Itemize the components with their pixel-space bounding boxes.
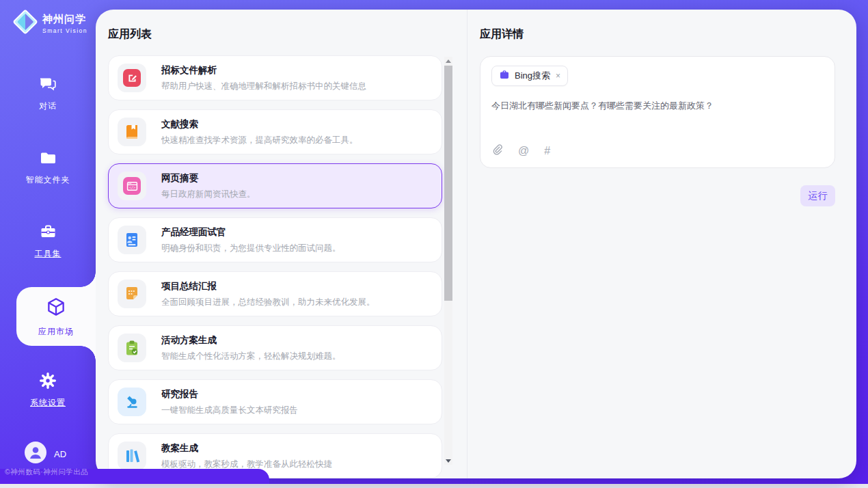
gear-icon [39,372,57,392]
app-detail-panel: 应用详情 Bing搜索 × 今日湖北有哪些新闻要点？有哪些需要关注的最新政策？ [467,10,856,478]
logo-subtitle: Smart Vision [42,27,87,34]
clipboard-check-icon [118,334,146,362]
sidebar-item-settings[interactable]: 系统设置 [0,372,96,409]
sidebar-item-label: 应用市场 [38,326,74,338]
app-card-project-summary[interactable]: 项目总结汇报 全面回顾项目进展，总结经验教训，助力未来优化发展。 [108,271,442,316]
scrollbar-down-arrow[interactable] [444,457,452,465]
copyright-text: ©神州数码·神州问学出品 [5,467,88,477]
hash-icon[interactable]: # [544,146,550,157]
app-desc: 快速精准查找学术资源，提高研究效率的必备工具。 [161,135,358,146]
briefcase-tag-icon [499,69,510,83]
app-list-title: 应用列表 [108,27,152,42]
cube-icon [44,296,68,322]
user-initials: AD [54,449,66,459]
sidebar-item-label: 智能文件夹 [26,174,70,186]
app-desc: 帮助用户快速、准确地理解和解析招标书中的关键信息 [161,81,366,92]
app-name: 产品经理面试官 [161,226,341,239]
run-button[interactable]: 运行 [800,185,835,206]
app-desc: 智能生成个性化活动方案，轻松解决规划难题。 [161,351,341,362]
app-desc: 每日政府新闻资讯快查。 [161,189,256,200]
app-desc: 全面回顾项目进展，总结经验教训，助力未来优化发展。 [161,297,375,308]
scrollbar-thumb[interactable] [444,66,452,301]
app-name: 研究报告 [161,388,298,401]
folder-icon [39,150,57,170]
app-logo: 神州问学 Smart Vision [12,9,87,38]
diamond-logo-icon [12,9,38,38]
app-card-list: 招标文件解析 帮助用户快速、准确地理解和解析招标书中的关键信息 文献搜索 快速精… [108,55,442,478]
tool-tag-bing-search[interactable]: Bing搜索 × [491,66,568,86]
user-account[interactable]: AD [25,442,66,466]
scrollbar-up-arrow[interactable] [444,57,452,65]
chat-icon [39,75,57,96]
paperclip-icon[interactable] [491,144,503,159]
book-icon [118,118,146,146]
app-detail-title: 应用详情 [480,27,524,42]
app-desc: 模板驱动，教案秒成，教学准备从此轻松快捷 [161,459,332,470]
browser-code-icon: </> [118,172,146,200]
app-card-research-report[interactable]: 研究报告 一键智能生成高质量长文本研究报告 [108,379,442,424]
logo-title: 神州问学 [42,13,87,26]
app-list-panel: 应用列表 招标文件解析 帮助用户快速、准确地理解和解析招标书中的关键信息 [96,10,467,478]
query-input-card[interactable]: Bing搜索 × 今日湖北有哪些新闻要点？有哪些需要关注的最新政策？ @ # [480,56,835,168]
sidebar-item-label: 系统设置 [30,397,66,409]
svg-text:</>: </> [128,185,135,189]
mention-icon[interactable]: @ [518,146,529,157]
sidebar-item-smart-folder[interactable]: 智能文件夹 [0,150,96,186]
sidebar-item-label: 对话 [39,100,57,112]
tool-tag-label: Bing搜索 [515,70,550,82]
document-edit-icon [118,64,146,92]
sidebar-item-label: 工具集 [35,248,62,260]
books-icon [118,442,146,470]
app-name: 项目总结汇报 [161,280,375,293]
app-name: 教案生成 [161,442,332,455]
query-text[interactable]: 今日湖北有哪些新闻要点？有哪些需要关注的最新政策？ [491,99,824,113]
app-card-event-plan[interactable]: 活动方案生成 智能生成个性化活动方案，轻松解决规划难题。 [108,325,442,370]
input-toolbar: @ # [491,144,550,159]
main-content: 应用列表 招标文件解析 帮助用户快速、准确地理解和解析招标书中的关键信息 [96,10,856,478]
sidebar: 神州问学 Smart Vision 对话 智能文件夹 [0,0,96,484]
app-card-bid-parsing[interactable]: 招标文件解析 帮助用户快速、准确地理解和解析招标书中的关键信息 [108,55,442,100]
app-card-literature-search[interactable]: 文献搜索 快速精准查找学术资源，提高研究效率的必备工具。 [108,109,442,154]
interview-doc-icon [118,226,146,254]
app-name: 活动方案生成 [161,334,341,347]
app-desc: 明确身份和职责，为您提供专业性的面试问题。 [161,243,341,254]
app-desc: 一键智能生成高质量长文本研究报告 [161,405,298,416]
toolbox-icon [39,223,57,243]
sticky-note-icon [118,280,146,308]
sidebar-item-toolset[interactable]: 工具集 [0,223,96,260]
app-card-pm-interviewer[interactable]: 产品经理面试官 明确身份和职责，为您提供专业性的面试问题。 [108,217,442,262]
app-name: 文献搜索 [161,118,358,131]
microscope-icon [118,388,146,416]
sidebar-item-chat[interactable]: 对话 [0,75,96,112]
person-avatar-icon [25,442,46,466]
app-name: 招标文件解析 [161,64,366,77]
app-card-web-summary-selected[interactable]: </> 网页摘要 每日政府新闻资讯快查。 [108,163,442,208]
close-icon[interactable]: × [556,71,560,81]
app-name: 网页摘要 [161,172,256,185]
sidebar-item-app-market-active[interactable]: 应用市场 [16,287,96,346]
